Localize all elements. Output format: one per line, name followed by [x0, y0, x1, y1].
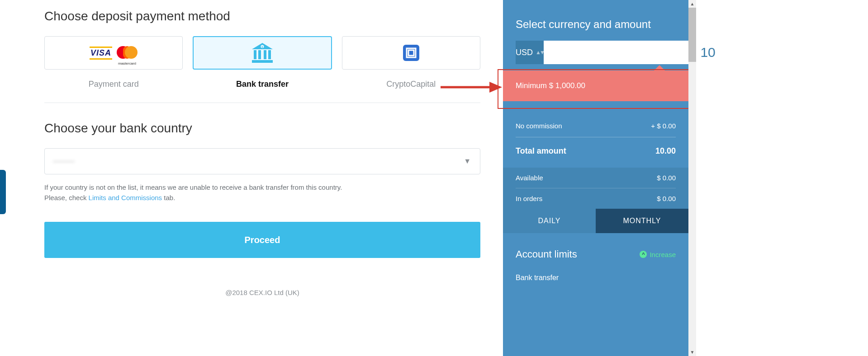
svg-rect-6	[268, 50, 271, 59]
svg-rect-3	[254, 50, 256, 59]
limits-item: Bank transfer	[503, 265, 688, 282]
proceed-button[interactable]: Proceed	[44, 222, 480, 258]
tab-daily[interactable]: DAILY	[503, 209, 596, 233]
svg-rect-8	[403, 45, 419, 61]
mastercard-icon: mastercard	[117, 46, 138, 60]
payment-method-title: Choose deposit payment method	[44, 9, 480, 23]
payment-method-labels: Payment card Bank transfer CryptoCapital	[44, 74, 480, 89]
payment-method-card-cryptocapital[interactable]	[342, 36, 480, 70]
payment-method-card-visa-mc[interactable]: VISA mastercard	[44, 36, 183, 70]
payment-method-card-bank[interactable]: $	[193, 36, 332, 70]
limit-tabs: DAILY MONTHLY	[503, 209, 688, 233]
country-hint: If your country is not on the list, it m…	[44, 183, 480, 203]
payment-method-label: CryptoCapital	[342, 74, 480, 89]
left-edge-tab[interactable]	[0, 170, 6, 214]
payment-method-label: Bank transfer	[193, 74, 332, 89]
svg-rect-5	[264, 50, 266, 59]
total-row: Total amount 10.00	[503, 137, 688, 168]
payment-method-row: VISA mastercard $	[44, 36, 480, 70]
sidebar-title: Select currency and amount	[503, 18, 688, 41]
currency-select[interactable]: USD ▲▼	[516, 41, 544, 64]
svg-text:$: $	[262, 46, 263, 48]
scroll-down-icon[interactable]: ▼	[688, 348, 696, 356]
scrollbar-thumb[interactable]	[688, 8, 696, 62]
svg-rect-4	[258, 50, 261, 59]
country-value: ———	[53, 157, 75, 165]
svg-rect-7	[252, 60, 273, 63]
scrollbar[interactable]: ▲ ▼	[688, 0, 696, 356]
tab-monthly[interactable]: MONTHLY	[596, 209, 688, 233]
increase-link[interactable]: ^ Increase	[640, 251, 676, 258]
chevron-down-icon: ▼	[464, 157, 471, 165]
bank-icon: $	[251, 43, 274, 63]
bank-country-title: Choose your bank country	[44, 121, 480, 136]
account-limits-title: Account limits	[516, 248, 577, 260]
sidebar: Select currency and amount USD ▲▼ Minimu…	[503, 0, 688, 356]
payment-method-label: Payment card	[44, 74, 183, 89]
visa-icon: VISA	[90, 47, 112, 60]
inorders-row: In orders $ 0.00	[516, 188, 676, 209]
chevron-up-icon: ^	[640, 251, 647, 258]
cryptocapital-icon	[402, 44, 420, 62]
minimum-error-tooltip: Minimum $ 1,000.00	[503, 70, 688, 101]
available-row: Available $ 0.00	[516, 168, 676, 188]
divider	[44, 103, 480, 103]
tooltip-arrow-icon	[654, 65, 665, 70]
scroll-up-icon[interactable]: ▲	[688, 0, 696, 8]
commission-row: No commission + $ 0.00	[516, 115, 676, 137]
main-content: Choose deposit payment method VISA maste…	[0, 0, 503, 356]
limits-link[interactable]: Limits and Commissions	[89, 194, 162, 201]
footer-text: @2018 CEX.IO Ltd (UK)	[44, 289, 480, 296]
country-select[interactable]: ——— ▼	[44, 148, 480, 174]
sort-icon: ▲▼	[536, 49, 544, 56]
